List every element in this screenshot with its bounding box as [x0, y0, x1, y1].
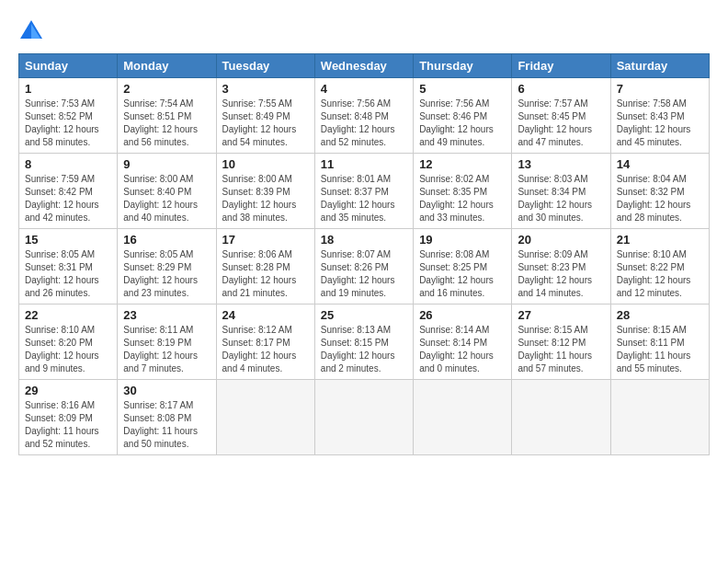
day-detail: Sunrise: 8:00 AMSunset: 8:40 PMDaylight:…	[123, 173, 210, 224]
day-detail: Sunrise: 8:07 AMSunset: 8:26 PMDaylight:…	[321, 248, 407, 300]
day-number: 10	[222, 157, 309, 171]
day-cell: 4 Sunrise: 7:56 AMSunset: 8:48 PMDayligh…	[314, 78, 413, 154]
day-cell: 19 Sunrise: 8:08 AMSunset: 8:25 PMDaylig…	[414, 229, 512, 304]
day-cell: 17 Sunrise: 8:06 AMSunset: 8:28 PMDaylig…	[216, 229, 314, 304]
day-detail: Sunrise: 8:17 AMSunset: 8:08 PMDaylight:…	[123, 399, 210, 451]
day-detail: Sunrise: 8:08 AMSunset: 8:25 PMDaylight:…	[419, 248, 506, 300]
day-detail: Sunrise: 8:05 AMSunset: 8:31 PMDaylight:…	[25, 248, 111, 300]
day-cell: 8 Sunrise: 7:59 AMSunset: 8:42 PMDayligh…	[19, 154, 118, 229]
day-detail: Sunrise: 7:53 AMSunset: 8:52 PMDaylight:…	[25, 98, 111, 149]
day-detail: Sunrise: 8:15 AMSunset: 8:11 PMDaylight:…	[617, 324, 703, 375]
calendar-table: Sunday Monday Tuesday Wednesday Thursday…	[18, 53, 710, 455]
day-number: 26	[419, 308, 506, 322]
header-row: Sunday Monday Tuesday Wednesday Thursday…	[19, 54, 710, 78]
day-cell: 26 Sunrise: 8:14 AMSunset: 8:14 PMDaylig…	[414, 304, 512, 380]
day-detail: Sunrise: 8:16 AMSunset: 8:09 PMDaylight:…	[25, 399, 111, 451]
day-number: 13	[518, 157, 604, 171]
day-detail: Sunrise: 8:14 AMSunset: 8:14 PMDaylight:…	[419, 324, 506, 375]
day-cell	[216, 380, 314, 455]
day-cell	[414, 380, 512, 455]
day-number: 21	[617, 233, 703, 247]
day-detail: Sunrise: 7:59 AMSunset: 8:42 PMDaylight:…	[25, 173, 111, 224]
day-cell: 5 Sunrise: 7:56 AMSunset: 8:46 PMDayligh…	[414, 78, 512, 154]
week-row-0: 1 Sunrise: 7:53 AMSunset: 8:52 PMDayligh…	[19, 78, 710, 154]
day-detail: Sunrise: 8:04 AMSunset: 8:32 PMDaylight:…	[617, 173, 703, 224]
week-row-3: 22 Sunrise: 8:10 AMSunset: 8:20 PMDaylig…	[19, 304, 710, 380]
day-detail: Sunrise: 8:15 AMSunset: 8:12 PMDaylight:…	[518, 324, 604, 375]
day-number: 12	[419, 157, 506, 171]
day-detail: Sunrise: 8:10 AMSunset: 8:22 PMDaylight:…	[617, 248, 703, 300]
day-detail: Sunrise: 8:03 AMSunset: 8:34 PMDaylight:…	[518, 173, 604, 224]
day-number: 25	[321, 308, 407, 322]
day-number: 22	[25, 308, 111, 322]
day-cell: 14 Sunrise: 8:04 AMSunset: 8:32 PMDaylig…	[610, 154, 709, 229]
day-cell: 13 Sunrise: 8:03 AMSunset: 8:34 PMDaylig…	[512, 154, 610, 229]
col-monday: Monday	[118, 54, 216, 78]
day-cell: 22 Sunrise: 8:10 AMSunset: 8:20 PMDaylig…	[19, 304, 118, 380]
day-detail: Sunrise: 8:10 AMSunset: 8:20 PMDaylight:…	[25, 324, 111, 375]
day-cell	[512, 380, 610, 455]
day-cell: 12 Sunrise: 8:02 AMSunset: 8:35 PMDaylig…	[414, 154, 512, 229]
day-detail: Sunrise: 8:12 AMSunset: 8:17 PMDaylight:…	[222, 324, 309, 375]
day-number: 11	[321, 157, 407, 171]
day-detail: Sunrise: 7:54 AMSunset: 8:51 PMDaylight:…	[123, 98, 210, 149]
week-row-4: 29 Sunrise: 8:16 AMSunset: 8:09 PMDaylig…	[19, 380, 710, 455]
day-number: 6	[518, 82, 604, 96]
day-number: 7	[617, 82, 703, 96]
day-detail: Sunrise: 8:01 AMSunset: 8:37 PMDaylight:…	[321, 173, 407, 224]
day-cell: 15 Sunrise: 8:05 AMSunset: 8:31 PMDaylig…	[19, 229, 118, 304]
day-number: 14	[617, 157, 703, 171]
day-cell: 28 Sunrise: 8:15 AMSunset: 8:11 PMDaylig…	[610, 304, 709, 380]
day-number: 16	[123, 233, 210, 247]
day-cell: 3 Sunrise: 7:55 AMSunset: 8:49 PMDayligh…	[216, 78, 314, 154]
day-cell	[314, 380, 413, 455]
day-cell: 1 Sunrise: 7:53 AMSunset: 8:52 PMDayligh…	[19, 78, 118, 154]
day-number: 23	[123, 308, 210, 322]
day-number: 8	[25, 157, 111, 171]
day-number: 15	[25, 233, 111, 247]
page: Sunday Monday Tuesday Wednesday Thursday…	[0, 0, 728, 465]
calendar-header: Sunday Monday Tuesday Wednesday Thursday…	[19, 54, 710, 78]
day-detail: Sunrise: 8:06 AMSunset: 8:28 PMDaylight:…	[222, 248, 309, 300]
day-number: 20	[518, 233, 604, 247]
day-cell: 11 Sunrise: 8:01 AMSunset: 8:37 PMDaylig…	[314, 154, 413, 229]
col-saturday: Saturday	[610, 54, 709, 78]
day-cell: 10 Sunrise: 8:00 AMSunset: 8:39 PMDaylig…	[216, 154, 314, 229]
day-cell: 2 Sunrise: 7:54 AMSunset: 8:51 PMDayligh…	[118, 78, 216, 154]
day-cell: 24 Sunrise: 8:12 AMSunset: 8:17 PMDaylig…	[216, 304, 314, 380]
header	[18, 15, 710, 44]
day-cell: 16 Sunrise: 8:05 AMSunset: 8:29 PMDaylig…	[118, 229, 216, 304]
day-detail: Sunrise: 8:02 AMSunset: 8:35 PMDaylight:…	[419, 173, 506, 224]
calendar-body: 1 Sunrise: 7:53 AMSunset: 8:52 PMDayligh…	[19, 78, 710, 455]
day-cell: 21 Sunrise: 8:10 AMSunset: 8:22 PMDaylig…	[610, 229, 709, 304]
day-number: 29	[25, 384, 111, 397]
day-number: 27	[518, 308, 604, 322]
day-cell: 25 Sunrise: 8:13 AMSunset: 8:15 PMDaylig…	[314, 304, 413, 380]
day-number: 1	[25, 82, 111, 96]
day-cell: 30 Sunrise: 8:17 AMSunset: 8:08 PMDaylig…	[118, 380, 216, 455]
day-detail: Sunrise: 7:56 AMSunset: 8:48 PMDaylight:…	[321, 98, 407, 149]
day-number: 2	[123, 82, 210, 96]
day-number: 4	[321, 82, 407, 96]
col-tuesday: Tuesday	[216, 54, 314, 78]
day-detail: Sunrise: 7:58 AMSunset: 8:43 PMDaylight:…	[617, 98, 703, 149]
day-cell: 18 Sunrise: 8:07 AMSunset: 8:26 PMDaylig…	[314, 229, 413, 304]
day-number: 9	[123, 157, 210, 171]
day-cell: 20 Sunrise: 8:09 AMSunset: 8:23 PMDaylig…	[512, 229, 610, 304]
col-wednesday: Wednesday	[314, 54, 413, 78]
day-detail: Sunrise: 8:09 AMSunset: 8:23 PMDaylight:…	[518, 248, 604, 300]
day-number: 18	[321, 233, 407, 247]
day-number: 5	[419, 82, 506, 96]
day-cell: 9 Sunrise: 8:00 AMSunset: 8:40 PMDayligh…	[118, 154, 216, 229]
day-detail: Sunrise: 7:57 AMSunset: 8:45 PMDaylight:…	[518, 98, 604, 149]
day-cell: 7 Sunrise: 7:58 AMSunset: 8:43 PMDayligh…	[610, 78, 709, 154]
day-cell	[610, 380, 709, 455]
day-number: 3	[222, 82, 309, 96]
day-cell: 27 Sunrise: 8:15 AMSunset: 8:12 PMDaylig…	[512, 304, 610, 380]
week-row-2: 15 Sunrise: 8:05 AMSunset: 8:31 PMDaylig…	[19, 229, 710, 304]
day-detail: Sunrise: 8:13 AMSunset: 8:15 PMDaylight:…	[321, 324, 407, 375]
day-cell: 29 Sunrise: 8:16 AMSunset: 8:09 PMDaylig…	[19, 380, 118, 455]
day-number: 19	[419, 233, 506, 247]
day-detail: Sunrise: 8:00 AMSunset: 8:39 PMDaylight:…	[222, 173, 309, 224]
col-thursday: Thursday	[414, 54, 512, 78]
